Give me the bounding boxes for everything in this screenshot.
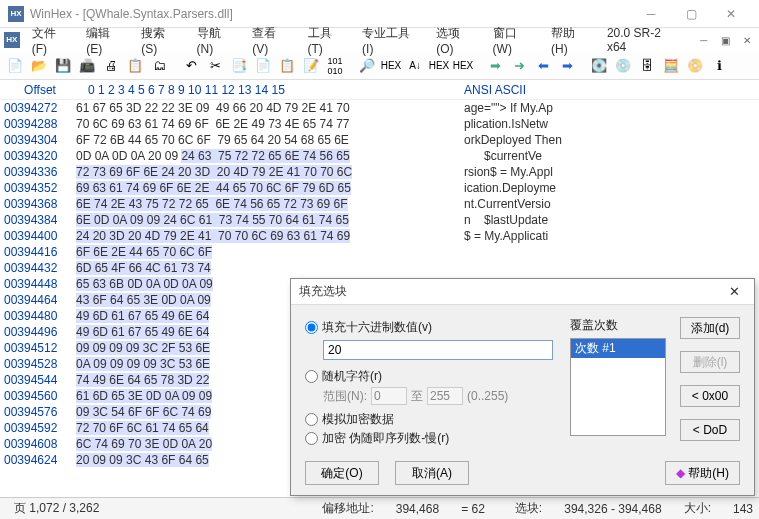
cut-icon[interactable]: ✂ (204, 55, 226, 77)
binary-icon[interactable]: 101010 (324, 55, 346, 77)
findhex-icon[interactable]: HEX (380, 55, 402, 77)
ascii-cell[interactable]: $currentVe (456, 149, 755, 163)
radio-hex-label: 填充十六进制数值(v) (322, 319, 432, 336)
range-to-input[interactable] (427, 387, 463, 405)
hex-row[interactable]: 003944166F 6E 2E 44 65 70 6C 6F (4, 244, 755, 260)
ascii-cell[interactable]: orkDeployed Then (456, 133, 755, 147)
new-icon[interactable]: 📄 (4, 55, 26, 77)
menu-pro[interactable]: 专业工具(I) (354, 23, 428, 58)
menu-file[interactable]: 文件(F) (24, 23, 79, 58)
hex-value-input[interactable] (323, 340, 553, 360)
open-icon[interactable]: 📂 (28, 55, 50, 77)
mdi-close-icon[interactable]: ✕ (739, 32, 755, 48)
hex-row[interactable]: 003944326D 65 4F 66 4C 61 73 74 (4, 260, 755, 276)
hex-cell[interactable]: 6E 0D 0A 09 09 24 6C 61 73 74 55 70 64 6… (76, 213, 456, 227)
hex-row[interactable]: 0039435269 63 61 74 69 6F 6E 2E 44 65 70… (4, 180, 755, 196)
offset-cell: 00394496 (4, 325, 76, 339)
radio-random[interactable]: 随机字符(r) (305, 368, 558, 385)
offset-header: Offset (4, 83, 76, 97)
hex-cell[interactable]: 0D 0A 0D 0A 20 09 24 63 75 72 72 65 6E 7… (76, 149, 456, 163)
disk2-icon[interactable]: 💿 (612, 55, 634, 77)
hex-row[interactable]: 003943046F 72 6B 44 65 70 6C 6F 79 65 64… (4, 132, 755, 148)
menu-edit[interactable]: 编辑(E) (78, 23, 133, 58)
offset-cell: 00394304 (4, 133, 76, 147)
cancel-button[interactable]: 取消(A) (395, 461, 469, 485)
info-icon[interactable]: ℹ (708, 55, 730, 77)
menu-options[interactable]: 选项(O) (428, 23, 484, 58)
props-icon[interactable]: 📋 (124, 55, 146, 77)
img-icon[interactable]: 📀 (684, 55, 706, 77)
close-button[interactable]: ✕ (711, 1, 751, 27)
radio-enc-label: 加密 伪随即序列数-慢(r) (322, 430, 449, 447)
menu-search[interactable]: 搜索(S) (133, 23, 188, 58)
dod-button[interactable]: < DoD (680, 419, 740, 441)
mdi-min-icon[interactable]: ─ (696, 32, 712, 48)
hex-row[interactable]: 003943686E 74 2E 43 75 72 72 65 6E 74 56… (4, 196, 755, 212)
hex-cell[interactable]: 6D 65 4F 66 4C 61 73 74 (76, 261, 456, 275)
print-icon[interactable]: 🖨 (100, 55, 122, 77)
menu-window[interactable]: 窗口(W) (485, 23, 543, 58)
maximize-button[interactable]: ▢ (671, 1, 711, 27)
findtext-icon[interactable]: A↓ (404, 55, 426, 77)
find-icon[interactable]: 🔎 (356, 55, 378, 77)
ascii-cell[interactable]: age=""> If My.Ap (456, 101, 755, 115)
fwd-icon[interactable]: ➡ (556, 55, 578, 77)
ascii-cell[interactable]: nt.CurrentVersio (456, 197, 755, 211)
radio-enc[interactable]: 加密 伪随即序列数-慢(r) (305, 430, 558, 447)
hex-cell[interactable]: 69 63 61 74 69 6F 6E 2E 44 65 70 6C 6F 7… (76, 181, 456, 195)
radio-sim[interactable]: 模拟加密数据 (305, 411, 558, 428)
offset-cell: 00394288 (4, 117, 76, 131)
pass-item[interactable]: 次数 #1 (571, 339, 665, 358)
hex-row[interactable]: 003943200D 0A 0D 0A 20 09 24 63 75 72 72… (4, 148, 755, 164)
hex-cell[interactable]: 24 20 3D 20 4D 79 2E 41 70 70 6C 69 63 6… (76, 229, 456, 243)
hex-row[interactable]: 0039440024 20 3D 20 4D 79 2E 41 70 70 6C… (4, 228, 755, 244)
ram-icon[interactable]: 🗄 (636, 55, 658, 77)
hex-cell[interactable]: 70 6C 69 63 61 74 69 6F 6E 2E 49 73 4E 6… (76, 117, 456, 131)
mdi-max-icon[interactable]: ▣ (718, 32, 734, 48)
disk-icon[interactable]: 💽 (588, 55, 610, 77)
copy-icon[interactable]: 📑 (228, 55, 250, 77)
add-button[interactable]: 添加(d) (680, 317, 740, 339)
undo-icon[interactable]: ↶ (180, 55, 202, 77)
goto-icon[interactable]: ➡ (484, 55, 506, 77)
radio-hex[interactable]: 填充十六进制数值(v) (305, 319, 558, 336)
ascii-cell[interactable]: $ = My.Applicati (456, 229, 755, 243)
paste-icon[interactable]: 📋 (276, 55, 298, 77)
menu-tools[interactable]: 工具(T) (300, 23, 355, 58)
back-icon[interactable]: ⬅ (532, 55, 554, 77)
save-icon[interactable]: 💾 (52, 55, 74, 77)
hex-cell[interactable]: 6F 6E 2E 44 65 70 6C 6F (76, 245, 456, 259)
ascii-cell[interactable]: n $lastUpdate (456, 213, 755, 227)
dialog-close-icon[interactable]: ✕ (722, 284, 746, 299)
ascii-cell[interactable]: rsion$ = My.Appl (456, 165, 755, 179)
passes-listbox[interactable]: 次数 #1 (570, 338, 666, 436)
menu-help[interactable]: 帮助(H) (543, 23, 599, 58)
menu-view[interactable]: 查看(V) (244, 23, 299, 58)
calc-icon[interactable]: 🧮 (660, 55, 682, 77)
ascii-cell[interactable]: plication.IsNetw (456, 117, 755, 131)
hex-row[interactable]: 0039433672 73 69 6F 6E 24 20 3D 20 4D 79… (4, 164, 755, 180)
menu-nav[interactable]: 导航(N) (189, 23, 245, 58)
hex-row[interactable]: 0039427261 67 65 3D 22 22 3E 09 49 66 20… (4, 100, 755, 116)
replace2-icon[interactable]: HEX (452, 55, 474, 77)
hex-cell[interactable]: 6F 72 6B 44 65 70 6C 6F 79 65 64 20 54 6… (76, 133, 456, 147)
minimize-button[interactable]: ─ (631, 1, 671, 27)
copy2-icon[interactable]: 📄 (252, 55, 274, 77)
paste2-icon[interactable]: 📝 (300, 55, 322, 77)
hex-row[interactable]: 003943846E 0D 0A 09 09 24 6C 61 73 74 55… (4, 212, 755, 228)
help-button[interactable]: ◆ 帮助(H) (665, 461, 740, 485)
range-row: 范围(N): 至 (0..255) (323, 387, 558, 405)
hex-cell[interactable]: 72 73 69 6F 6E 24 20 3D 20 4D 79 2E 41 7… (76, 165, 456, 179)
folder-icon[interactable]: 🗂 (148, 55, 170, 77)
delete-button[interactable]: 删除(l) (680, 351, 740, 373)
goto2-icon[interactable]: ➜ (508, 55, 530, 77)
hex-row[interactable]: 0039428870 6C 69 63 61 74 69 6F 6E 2E 49… (4, 116, 755, 132)
range-from-input[interactable] (371, 387, 407, 405)
replace-icon[interactable]: HEX (428, 55, 450, 77)
saveas-icon[interactable]: 📠 (76, 55, 98, 77)
0x00-button[interactable]: < 0x00 (680, 385, 740, 407)
ascii-cell[interactable]: ication.Deployme (456, 181, 755, 195)
hex-cell[interactable]: 61 67 65 3D 22 22 3E 09 49 66 20 4D 79 2… (76, 101, 456, 115)
hex-cell[interactable]: 6E 74 2E 43 75 72 72 65 6E 74 56 65 72 7… (76, 197, 456, 211)
ok-button[interactable]: 确定(O) (305, 461, 379, 485)
